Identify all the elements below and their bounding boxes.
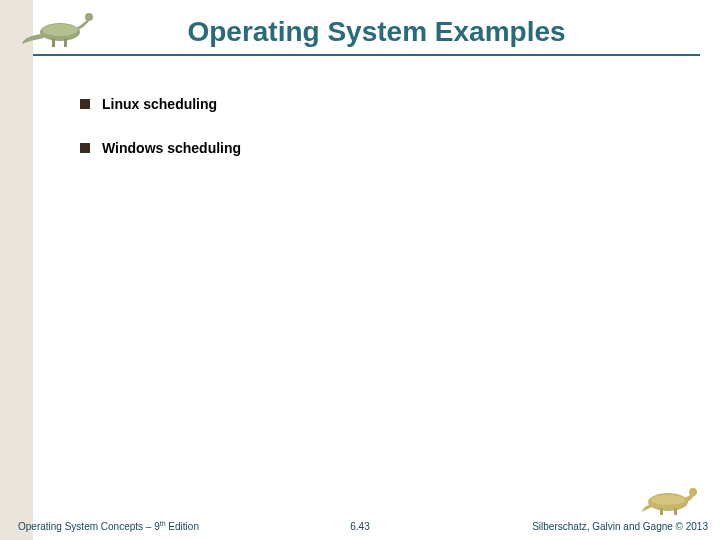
bullet-square-icon <box>80 99 90 109</box>
slide-content: Linux scheduling Windows scheduling <box>80 96 720 156</box>
bullet-text: Linux scheduling <box>102 96 217 112</box>
svg-point-6 <box>689 488 697 496</box>
slide-title: Operating System Examples <box>33 8 720 54</box>
footer-book-title: Operating System Concepts – 9th Edition <box>18 520 199 532</box>
footer-page-number: 6.43 <box>350 521 369 532</box>
list-item: Linux scheduling <box>80 96 720 112</box>
svg-point-1 <box>85 13 93 21</box>
svg-rect-8 <box>674 508 677 515</box>
title-rule <box>33 54 700 56</box>
list-item: Windows scheduling <box>80 140 720 156</box>
left-stripe <box>0 0 33 540</box>
bullet-square-icon <box>80 143 90 153</box>
svg-rect-7 <box>660 508 663 515</box>
dinosaur-resting-icon <box>640 480 700 516</box>
dinosaur-running-icon <box>18 6 98 50</box>
svg-rect-2 <box>52 38 55 47</box>
slide-header: Operating System Examples <box>0 0 720 56</box>
bullet-text: Windows scheduling <box>102 140 241 156</box>
svg-point-9 <box>651 495 685 505</box>
footer-copyright: Silberschatz, Galvin and Gagne © 2013 <box>532 521 708 532</box>
svg-point-4 <box>42 24 78 36</box>
svg-rect-3 <box>64 38 67 47</box>
